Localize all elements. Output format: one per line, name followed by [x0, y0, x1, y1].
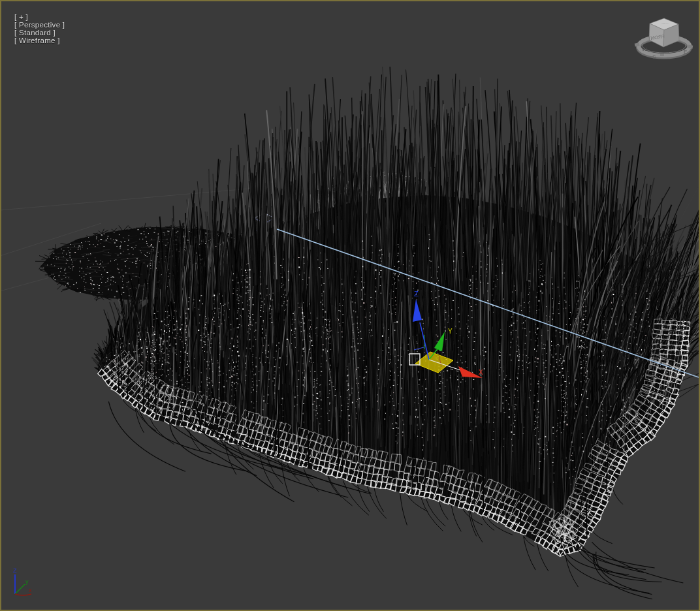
viewport-label: [ + ] [ Perspective ] [ Standard ] [ Wir…	[5, 5, 67, 52]
per-view-preference-menu[interactable]: [ Standard ]	[14, 29, 56, 37]
viewcube[interactable]: W S E N FRONT TOP	[626, 9, 699, 72]
compass-west-label[interactable]: W	[642, 46, 647, 52]
compass-east-label[interactable]: E	[684, 49, 687, 55]
viewcube-top-label: TOP	[660, 23, 669, 25]
perspective-viewport[interactable]: [ + ] [ Perspective ] [ Standard ] [ Wir…	[0, 0, 700, 611]
viewcube-cube[interactable]: FRONT TOP	[648, 18, 679, 47]
general-viewport-menu[interactable]: [ + ]	[14, 13, 28, 21]
compass-south-label[interactable]: S	[652, 54, 656, 60]
shading-menu[interactable]: [ Wireframe ]	[14, 37, 60, 44]
point-of-view-menu[interactable]: [ Perspective ]	[14, 21, 65, 29]
3d-scene-canvas[interactable]	[1, 1, 699, 610]
